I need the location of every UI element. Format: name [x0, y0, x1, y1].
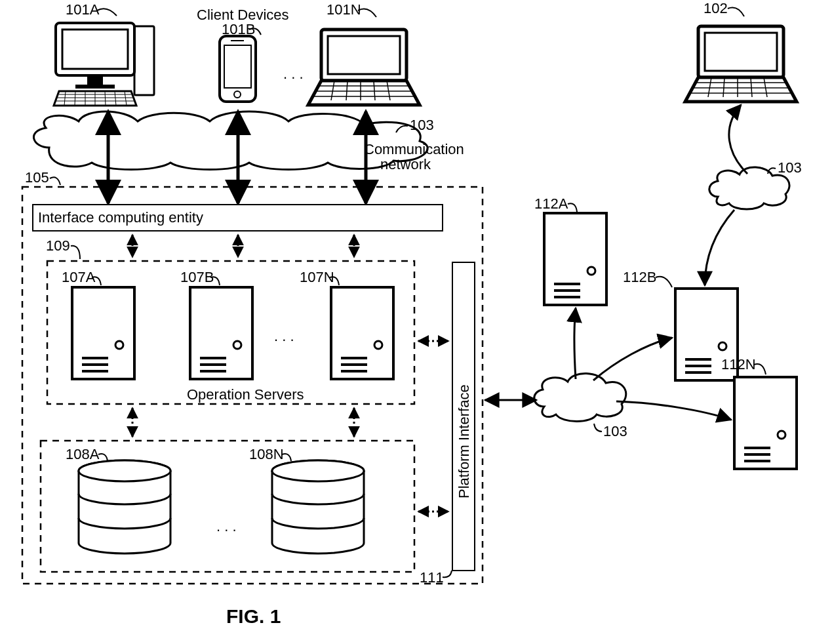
desktop-icon [54, 23, 154, 106]
ellipsis: . . . [274, 328, 294, 344]
server-icon [734, 377, 797, 469]
comm-network-label-1: Communication [364, 141, 464, 157]
server-icon [544, 213, 606, 305]
ref-111: 111 [420, 569, 444, 586]
svg-point-55 [272, 460, 364, 481]
interface-entity-label: Interface computing entity [38, 209, 203, 226]
ref-103c: 103 [603, 423, 627, 439]
database-icon [79, 460, 170, 553]
ref-107A: 107A [62, 269, 96, 285]
ref-112N: 112N [721, 356, 756, 372]
ellipsis: . . . [216, 518, 237, 534]
svg-point-53 [79, 460, 170, 481]
ref-112B: 112B [623, 269, 656, 285]
cloud-icon [534, 373, 626, 421]
svg-rect-20 [328, 36, 400, 74]
phone-icon [220, 36, 256, 102]
platform-interface-label: Platform Interface [456, 384, 472, 498]
svg-rect-4 [75, 85, 115, 89]
svg-rect-2 [62, 30, 128, 69]
svg-rect-16 [224, 45, 251, 88]
database-icon [272, 460, 364, 553]
operation-servers-label: Operation Servers [187, 386, 304, 403]
ref-107N: 107N [300, 269, 334, 285]
svg-rect-59 [705, 33, 777, 71]
server-icon [72, 287, 134, 379]
ref-108N: 108N [249, 446, 284, 462]
svg-rect-0 [134, 26, 154, 95]
laptop-icon [308, 30, 420, 105]
ref-103a: 103 [410, 117, 434, 133]
laptop-icon [685, 26, 797, 102]
ref-109: 109 [46, 237, 70, 254]
figure-title: FIG. 1 [226, 605, 281, 627]
ref-101A: 101A [66, 1, 100, 18]
ref-105: 105 [25, 169, 49, 186]
comm-network-label-2: network [380, 156, 431, 172]
server-icon [331, 287, 393, 379]
server-icon [190, 287, 252, 379]
ref-107B: 107B [180, 269, 214, 285]
ref-103b: 103 [778, 159, 802, 176]
ellipsis: . . . [283, 66, 304, 82]
ref-112A: 112A [534, 195, 568, 212]
svg-rect-3 [87, 75, 103, 85]
ref-108A: 108A [66, 446, 100, 462]
ref-102: 102 [704, 0, 728, 16]
ref-101N: 101N [327, 1, 361, 18]
